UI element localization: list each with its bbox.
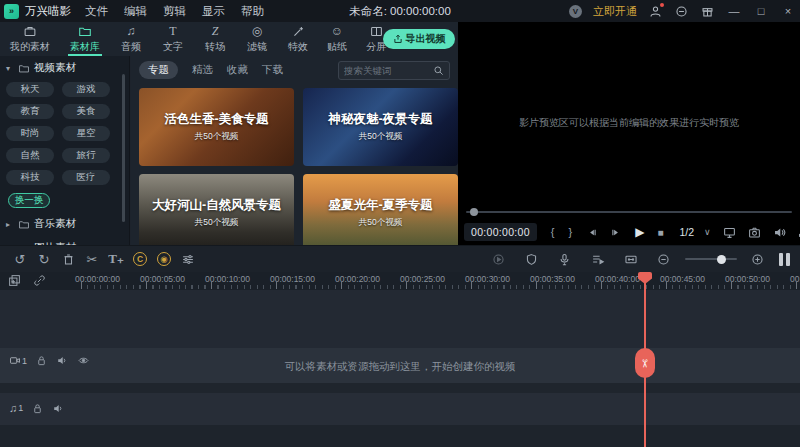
- caret-right-icon[interactable]: ▸: [6, 220, 14, 229]
- ruler-major-ticks: [81, 282, 800, 289]
- gift-icon[interactable]: [700, 4, 715, 19]
- minimize-button[interactable]: —: [726, 5, 742, 17]
- link-clips-icon[interactable]: [33, 274, 46, 287]
- playhead-scissors-badge[interactable]: ✂: [635, 348, 655, 378]
- project-title: 未命名: 00:00:00:00: [349, 4, 451, 19]
- tag-fashion[interactable]: 时尚: [6, 126, 54, 141]
- track-lane-lower[interactable]: [0, 425, 800, 447]
- undo-icon[interactable]: ↺: [8, 252, 32, 267]
- track-panel-toggle-icon[interactable]: [779, 253, 791, 266]
- snapshot-camera-icon[interactable]: [748, 226, 761, 239]
- chevron-down-icon[interactable]: ∨: [704, 227, 711, 237]
- tag-games[interactable]: 游戏: [62, 82, 110, 97]
- previous-frame-icon[interactable]: [587, 227, 598, 238]
- subtab-topics[interactable]: 专题: [139, 61, 178, 79]
- render-preview-icon[interactable]: [487, 253, 511, 266]
- sidebar-section-music[interactable]: ▸ 音乐素材: [0, 212, 129, 236]
- filmora-window: » 万兴喵影 文件 编辑 剪辑 显示 帮助 未命名: 00:00:00:00 V…: [0, 0, 800, 447]
- topic-card-food[interactable]: 活色生香-美食专题 共50个视频: [139, 88, 294, 166]
- vip-badge-icon[interactable]: V: [569, 5, 582, 18]
- menu-clip[interactable]: 剪辑: [163, 4, 186, 19]
- subtab-featured[interactable]: 精选: [192, 63, 213, 77]
- tag-technology[interactable]: 科技: [6, 170, 54, 185]
- premium-feature-icon-1[interactable]: C: [128, 252, 152, 266]
- menu-edit[interactable]: 编辑: [124, 4, 147, 19]
- app-logo-icon: »: [4, 4, 19, 19]
- subtab-favorites[interactable]: 收藏: [227, 63, 248, 77]
- tag-nature[interactable]: 自然: [6, 148, 54, 163]
- tab-transitions[interactable]: Z 转场: [194, 22, 236, 56]
- track-lane-upper[interactable]: [0, 290, 800, 348]
- menu-file[interactable]: 文件: [85, 4, 108, 19]
- search-icon[interactable]: [433, 65, 444, 76]
- zoom-in-icon[interactable]: [746, 253, 770, 266]
- tab-text[interactable]: T 文字: [152, 22, 194, 56]
- timeline-ruler[interactable]: 00:00:00:0000:00:05:0000:00:10:0000:00:1…: [0, 272, 800, 290]
- tab-stock-library[interactable]: 素材库: [60, 22, 110, 56]
- tag-autumn[interactable]: 秋天: [6, 82, 54, 97]
- lock-icon[interactable]: [32, 403, 43, 414]
- tag-food[interactable]: 美食: [62, 104, 110, 119]
- add-text-icon[interactable]: T₊: [104, 251, 128, 267]
- close-button[interactable]: ×: [780, 5, 796, 17]
- manage-tracks-icon[interactable]: [8, 274, 21, 287]
- audio-track-badge: ♫ 1: [9, 402, 23, 414]
- split-scissors-icon[interactable]: ✂: [80, 252, 104, 267]
- sidebar-scrollbar[interactable]: [122, 74, 125, 222]
- premium-feature-icon-2[interactable]: ◉: [152, 252, 176, 266]
- account-icon[interactable]: [648, 4, 663, 19]
- menu-view[interactable]: 显示: [202, 4, 225, 19]
- seekbar-knob[interactable]: [470, 208, 478, 216]
- menubar: 文件 编辑 剪辑 显示 帮助: [85, 4, 264, 19]
- topic-card-night[interactable]: 神秘夜魅-夜景专题 共50个视频: [303, 88, 458, 166]
- tag-education[interactable]: 教育: [6, 104, 54, 119]
- tag-list: 秋天 游戏 教育 美食 时尚 星空 自然 旅行 科技 医疗: [0, 80, 129, 187]
- stop-button[interactable]: ■: [657, 227, 663, 238]
- sidebar-section-video[interactable]: ▾ 视频素材: [0, 56, 129, 80]
- microphone-icon[interactable]: [553, 253, 577, 266]
- mark-out-icon[interactable]: }: [568, 226, 572, 238]
- zoom-out-icon[interactable]: [652, 253, 676, 266]
- topic-card-summer[interactable]: 盛夏光年-夏季专题 共50个视频: [303, 174, 458, 245]
- maximize-button[interactable]: □: [753, 5, 769, 17]
- mute-track-icon[interactable]: [52, 403, 64, 414]
- tab-stickers[interactable]: ☺ 贴纸: [318, 22, 356, 56]
- mark-in-icon[interactable]: {: [551, 226, 555, 238]
- caret-down-icon[interactable]: ▾: [6, 64, 14, 73]
- topic-card-landscape[interactable]: 大好河山-自然风景专题 共50个视频: [139, 174, 294, 245]
- upgrade-link[interactable]: 立即开通: [593, 4, 637, 19]
- tag-travel[interactable]: 旅行: [62, 148, 110, 163]
- play-button[interactable]: ▶: [635, 225, 644, 239]
- audio-track-lane[interactable]: [0, 393, 800, 425]
- fit-timeline-icon[interactable]: [619, 253, 643, 266]
- preview-seekbar[interactable]: [466, 211, 792, 213]
- tab-audio[interactable]: ♫ 音频: [110, 22, 152, 56]
- preview-zoom-level[interactable]: 1/2: [679, 226, 694, 238]
- volume-icon[interactable]: [773, 226, 786, 239]
- adjust-sliders-icon[interactable]: [176, 253, 200, 266]
- next-frame-icon[interactable]: [610, 227, 621, 238]
- tab-filters[interactable]: ◎ 滤镜: [236, 22, 278, 56]
- support-icon[interactable]: [674, 4, 689, 19]
- display-device-icon[interactable]: [723, 226, 736, 239]
- tab-effects[interactable]: 特效: [278, 22, 318, 56]
- refresh-tags-button[interactable]: 换一换: [8, 193, 50, 208]
- subtab-downloads[interactable]: 下载: [262, 63, 283, 77]
- redo-icon[interactable]: ↻: [32, 252, 56, 267]
- preview-panel: 影片预览区可以根据当前编辑的效果进行实时预览 00:00:00:00 { } ▶…: [458, 22, 800, 245]
- tab-my-media[interactable]: 我的素材: [0, 22, 60, 56]
- zoom-slider-handle[interactable]: [717, 255, 726, 264]
- toolbar-right: [487, 253, 800, 266]
- render-queue-icon[interactable]: [586, 253, 610, 266]
- marker-icon[interactable]: [520, 253, 544, 266]
- export-video-button[interactable]: 导出视频: [383, 29, 455, 49]
- search-input[interactable]: [344, 65, 429, 76]
- tag-medical[interactable]: 医疗: [62, 170, 110, 185]
- delete-icon[interactable]: [56, 253, 80, 266]
- tag-starry-sky[interactable]: 星空: [62, 126, 110, 141]
- search-box[interactable]: [338, 61, 450, 80]
- menu-help[interactable]: 帮助: [241, 4, 264, 19]
- media-tabbar: 我的素材 素材库 ♫ 音频 T 文字 Z 转场 ◎ 滤镜 特效 ☺ 贴纸: [0, 22, 458, 56]
- timeline-tracks: 1 ♫ 1 可以将素材或资源拖动到这里，开始创建你的视频: [0, 290, 800, 447]
- timeline-zoom-slider[interactable]: [685, 258, 737, 260]
